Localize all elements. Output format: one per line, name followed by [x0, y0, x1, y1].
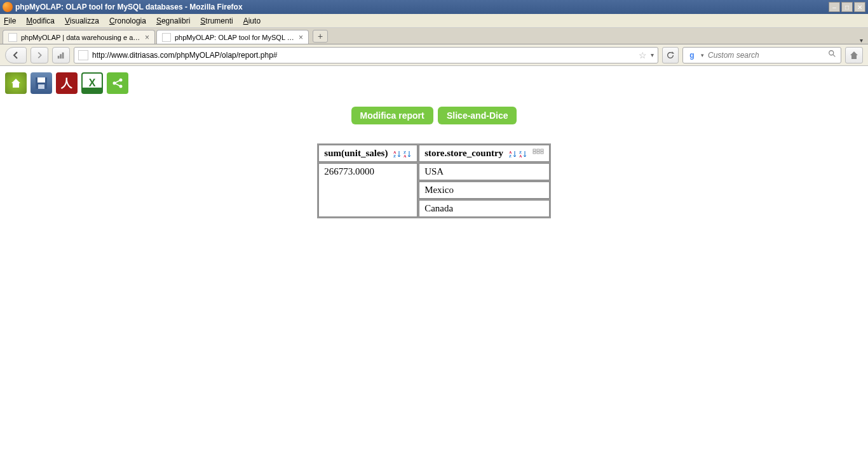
favicon-icon: [162, 33, 171, 42]
tab-close-icon[interactable]: ×: [145, 33, 149, 42]
navigation-bar: ☆ ▾ ▾: [0, 44, 868, 66]
column-header-dimension: store.store_country AZ ZA: [419, 145, 550, 162]
drill-icon: [532, 149, 544, 156]
svg-rect-7: [38, 84, 44, 89]
svg-rect-25: [541, 149, 543, 151]
svg-point-9: [119, 79, 123, 82]
menu-strumenti[interactable]: Strumenti: [200, 17, 233, 25]
toolbar-save-button[interactable]: [31, 72, 52, 94]
reload-icon: [666, 51, 675, 60]
home-icon: [849, 50, 859, 60]
bookmark-star-icon[interactable]: ☆: [639, 50, 647, 60]
svg-rect-0: [58, 55, 60, 58]
firefox-icon: [3, 2, 13, 12]
column-header-label: store.store_country: [424, 148, 503, 158]
menu-bar: File Modifica Visualizza Cronologia Segn…: [0, 14, 868, 28]
page-content: 人 X Modifica report Slice-and-Dice sum(u…: [0, 66, 868, 225]
arrow-left-icon: [11, 50, 21, 60]
browser-tab-1[interactable]: phpMyOLAP: OLAP tool for MySQL datab... …: [156, 30, 309, 44]
sort-asc-icon: AZ: [393, 150, 402, 159]
svg-line-4: [833, 55, 836, 57]
tab-bar: phpMyOLAP | data warehousing e analisi .…: [0, 28, 868, 44]
svg-line-11: [116, 81, 119, 83]
modify-report-button[interactable]: Modifica report: [351, 107, 433, 124]
dimension-cell: Canada: [419, 200, 550, 217]
favicon-icon: [8, 33, 17, 42]
tab-close-icon[interactable]: ×: [299, 33, 303, 42]
toolbar-share-button[interactable]: [107, 72, 128, 94]
svg-text:A: A: [519, 154, 522, 158]
svg-rect-24: [537, 152, 539, 154]
svg-text:A: A: [403, 154, 407, 158]
google-icon: [687, 50, 697, 60]
url-input[interactable]: [92, 51, 635, 60]
svg-text:Z: Z: [393, 154, 396, 158]
measure-cell: 266773.0000: [318, 163, 417, 217]
svg-point-10: [119, 85, 123, 88]
share-icon: [111, 77, 124, 90]
svg-rect-22: [533, 152, 536, 154]
menu-file[interactable]: File: [4, 17, 16, 25]
export-toolbar: 人 X: [5, 72, 863, 94]
svg-text:Z: Z: [509, 154, 512, 158]
dimension-cell: Mexico: [419, 182, 550, 199]
report-table: sum(unit_sales) AZ ZA store.store_countr…: [317, 143, 550, 218]
back-button[interactable]: [5, 47, 27, 63]
url-bar[interactable]: ☆ ▾: [74, 47, 658, 63]
tab-label: phpMyOLAP | data warehousing e analisi .…: [21, 34, 141, 41]
toolbar-home-button[interactable]: [5, 72, 27, 94]
url-dropdown-icon[interactable]: ▾: [651, 51, 654, 58]
search-icon[interactable]: [828, 50, 837, 60]
history-button[interactable]: [52, 47, 70, 63]
svg-rect-2: [62, 52, 64, 58]
svg-rect-6: [37, 77, 45, 83]
toolbar-pdf-button[interactable]: 人: [56, 72, 78, 94]
page-favicon-icon: [78, 50, 88, 60]
search-engine-dropdown-icon[interactable]: ▾: [701, 52, 704, 58]
close-button[interactable]: ✕: [854, 2, 865, 12]
new-tab-button[interactable]: +: [313, 30, 328, 43]
home-icon: [10, 77, 22, 90]
window-title: phpMyOLAP: OLAP tool for MySQL databases…: [15, 3, 829, 11]
menu-segnalibri[interactable]: Segnalibri: [156, 17, 190, 25]
sort-desc-button[interactable]: ZA: [519, 150, 527, 159]
svg-point-8: [113, 82, 116, 85]
table-row: 266773.0000 USA: [318, 163, 549, 180]
action-buttons: Modifica report Slice-and-Dice: [5, 107, 863, 124]
sort-desc-button[interactable]: ZA: [403, 150, 412, 159]
menu-aiuto[interactable]: Aiuto: [243, 17, 261, 25]
minimize-button[interactable]: –: [829, 2, 840, 12]
chart-icon: [57, 51, 65, 60]
svg-line-12: [116, 84, 119, 86]
reload-button[interactable]: [662, 47, 679, 63]
svg-point-3: [829, 51, 834, 55]
search-input[interactable]: [708, 51, 824, 60]
home-button[interactable]: [845, 47, 863, 63]
sort-desc-icon: ZA: [403, 150, 412, 159]
search-box[interactable]: ▾: [682, 47, 841, 63]
sort-asc-icon: AZ: [508, 150, 517, 159]
menu-modifica[interactable]: Modifica: [26, 17, 55, 25]
column-header-label: sum(unit_sales): [324, 148, 388, 158]
maximize-button[interactable]: □: [841, 2, 853, 12]
pdf-icon: 人: [61, 76, 72, 91]
drill-button[interactable]: [532, 148, 544, 157]
tab-list-dropdown-icon[interactable]: ▾: [860, 37, 863, 44]
menu-cronologia[interactable]: Cronologia: [109, 17, 146, 25]
menu-visualizza[interactable]: Visualizza: [65, 17, 99, 25]
svg-rect-23: [537, 149, 539, 151]
browser-tab-0[interactable]: phpMyOLAP | data warehousing e analisi .…: [3, 30, 155, 44]
slice-and-dice-button[interactable]: Slice-and-Dice: [438, 107, 517, 124]
forward-button[interactable]: [31, 47, 48, 63]
toolbar-excel-button[interactable]: X: [81, 72, 103, 94]
svg-rect-26: [541, 152, 543, 154]
tab-label: phpMyOLAP: OLAP tool for MySQL datab...: [175, 34, 295, 41]
window-titlebar: phpMyOLAP: OLAP tool for MySQL databases…: [0, 0, 868, 14]
sort-asc-button[interactable]: AZ: [393, 150, 402, 159]
save-icon: [34, 76, 48, 90]
svg-rect-1: [60, 54, 62, 58]
sort-asc-button[interactable]: AZ: [508, 150, 517, 159]
svg-rect-21: [533, 149, 536, 151]
column-header-measure: sum(unit_sales) AZ ZA: [318, 145, 417, 162]
sort-desc-icon: ZA: [519, 150, 527, 159]
